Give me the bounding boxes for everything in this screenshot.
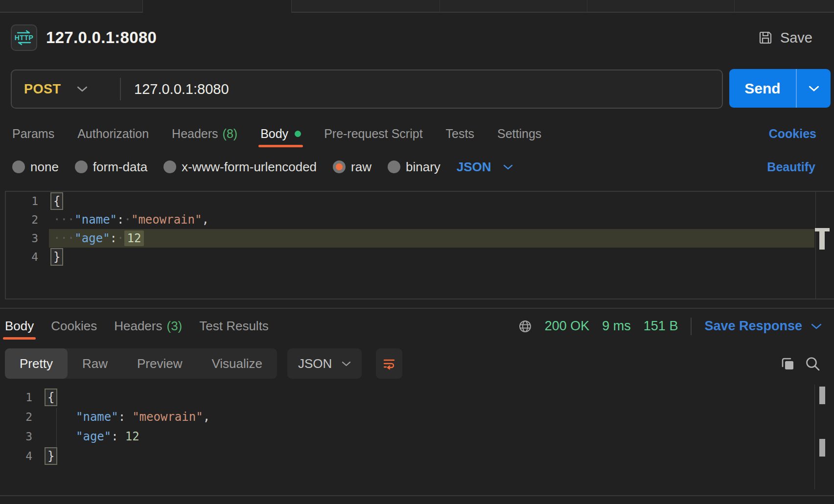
window-tab-bar <box>0 0 834 13</box>
save-response-label: Save Response <box>704 319 802 334</box>
tab-headers[interactable]: Headers(8) <box>172 127 237 141</box>
view-pretty[interactable]: Pretty <box>5 348 68 379</box>
line-number: 3 <box>6 229 38 248</box>
editor-overview-ruler <box>815 192 816 298</box>
search-button[interactable] <box>805 356 821 372</box>
wrap-line-icon <box>382 357 396 370</box>
window-tab[interactable] <box>440 0 587 13</box>
colon: : <box>117 213 124 227</box>
mode-urlencoded[interactable]: x-www-form-urlencoded <box>163 160 317 175</box>
scrollbar-marker[interactable] <box>819 387 825 404</box>
open-brace: { <box>53 194 60 208</box>
method-select[interactable]: POST <box>12 82 120 97</box>
request-tab-bar: Params Authorization Headers(8) Body Pre… <box>12 120 816 147</box>
response-language-select[interactable]: JSON <box>287 348 362 379</box>
view-visualize[interactable]: Visualize <box>197 348 277 379</box>
line-number: 4 <box>0 446 32 466</box>
response-language-label: JSON <box>298 356 332 371</box>
window-tab[interactable] <box>0 0 142 13</box>
window-tab[interactable] <box>587 0 734 13</box>
json-key: "name" <box>76 410 118 424</box>
tab-params-label: Params <box>12 127 54 141</box>
whitespace-dots: ··· <box>53 213 74 227</box>
radio-raw-selected[interactable] <box>333 160 346 173</box>
save-button[interactable]: Save <box>758 30 812 46</box>
mode-binary-label: binary <box>406 160 440 175</box>
json-string-value: "meowrain" <box>132 410 203 424</box>
bracket-match: { <box>45 389 57 406</box>
response-tab-body[interactable]: Body <box>5 319 34 334</box>
globe-icon[interactable] <box>518 320 532 333</box>
status-badge[interactable]: 200 OK <box>545 319 590 334</box>
response-tab-headers[interactable]: Headers(3) <box>114 319 182 334</box>
tab-params[interactable]: Params <box>12 127 54 141</box>
request-body-editor[interactable]: 1 { 2 ···"name":·"meowrain", 3 ···"age":… <box>5 191 834 299</box>
view-raw[interactable]: Raw <box>68 348 122 379</box>
response-size[interactable]: 151 B <box>644 319 678 334</box>
close-brace: } <box>53 250 60 264</box>
send-button[interactable]: Send <box>729 69 831 108</box>
body-modified-dot <box>295 131 301 137</box>
response-time[interactable]: 9 ms <box>602 319 631 334</box>
response-tab-test-results[interactable]: Test Results <box>199 319 269 334</box>
json-key: "name" <box>74 213 117 227</box>
line-number: 1 <box>0 388 32 407</box>
json-key: "age" <box>74 231 110 245</box>
mode-binary[interactable]: binary <box>388 160 440 175</box>
response-meta: 200 OK 9 ms 151 B Save Response <box>518 318 822 335</box>
chevron-down-icon <box>809 86 819 92</box>
mode-form-data[interactable]: form-data <box>75 160 147 175</box>
bracket-match: } <box>50 248 63 266</box>
save-response-button[interactable]: Save Response <box>704 319 822 334</box>
radio-form-data[interactable] <box>75 160 88 173</box>
tab-authorization-label: Authorization <box>77 127 149 141</box>
tab-pre-request-script[interactable]: Pre-request Script <box>324 127 422 141</box>
colon: : <box>110 231 117 245</box>
send-options-button[interactable] <box>797 69 831 108</box>
window-tab[interactable] <box>292 0 440 13</box>
tab-tests[interactable]: Tests <box>446 127 474 141</box>
tab-settings[interactable]: Settings <box>497 127 541 141</box>
cookies-link[interactable]: Cookies <box>769 127 816 141</box>
http-method-icon: HTTP <box>11 24 37 51</box>
window-tab[interactable] <box>734 0 834 13</box>
chevron-down-icon <box>503 164 513 170</box>
scrollbar-marker[interactable] <box>815 228 830 231</box>
headers-count-badge: (8) <box>223 127 238 141</box>
view-preview[interactable]: Preview <box>122 348 197 379</box>
comma: , <box>202 213 208 227</box>
active-tab-underline <box>258 145 303 147</box>
response-line-2: 2 "name":"meowrain", <box>0 407 834 427</box>
window-tab-active[interactable] <box>142 0 292 13</box>
editor-line-1: 1 { <box>6 192 834 210</box>
mode-raw[interactable]: raw <box>333 160 371 175</box>
scrollbar-marker[interactable] <box>819 439 825 457</box>
chevron-down-icon <box>77 86 88 92</box>
meta-divider <box>691 318 692 335</box>
response-tab-cookies[interactable]: Cookies <box>51 319 97 334</box>
send-button-label: Send <box>729 69 796 108</box>
tab-body[interactable]: Body <box>260 127 301 141</box>
method-label: POST <box>24 82 61 97</box>
radio-urlencoded[interactable] <box>163 160 176 173</box>
tab-authorization[interactable]: Authorization <box>77 127 149 141</box>
language-select[interactable]: JSON <box>457 160 513 175</box>
view-pretty-label: Pretty <box>20 356 53 371</box>
radio-binary[interactable] <box>388 160 400 173</box>
tab-body-label: Body <box>260 127 288 141</box>
mode-none[interactable]: none <box>12 160 59 175</box>
whitespace-dots: ··· <box>53 231 74 245</box>
editor-line-2: 2 ···"name":·"meowrain", <box>6 210 834 229</box>
copy-button[interactable] <box>780 356 795 371</box>
beautify-link[interactable]: Beautify <box>767 160 815 174</box>
url-bar: POST 127.0.0.1:8080 <box>11 69 723 109</box>
search-icon <box>805 356 821 372</box>
editor-line-4: 4 } <box>6 248 834 266</box>
close-brace: } <box>47 449 54 463</box>
response-body-viewer[interactable]: 1 { 2 "name":"meowrain", 3 "age":12 4 } <box>0 388 834 500</box>
scrollbar-marker[interactable] <box>819 231 825 250</box>
url-input[interactable]: 127.0.0.1:8080 <box>121 81 229 97</box>
radio-none[interactable] <box>12 160 25 173</box>
request-response-divider[interactable] <box>0 308 834 309</box>
wrap-line-button[interactable] <box>376 348 402 379</box>
